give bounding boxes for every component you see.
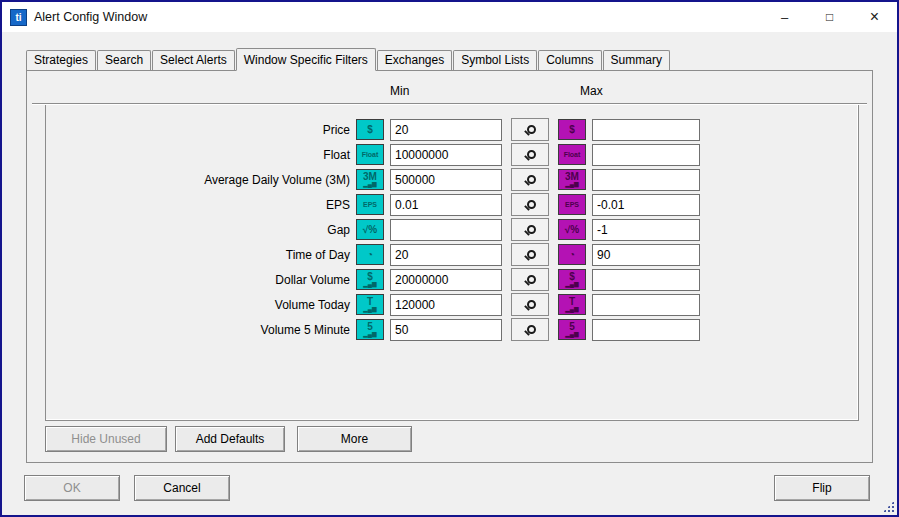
volume-today-min-input[interactable]: [390, 294, 502, 316]
price-min-input[interactable]: [390, 119, 502, 141]
titlebar: ti Alert Config Window – □ ×: [2, 2, 897, 32]
eps-min-input[interactable]: [390, 194, 502, 216]
time-of-day-max-input[interactable]: [592, 244, 700, 266]
filter-row: Price $ $: [50, 117, 854, 142]
gap-min-icon[interactable]: √%: [356, 219, 384, 240]
price-max-input[interactable]: [592, 119, 700, 141]
alert-config-window: ti Alert Config Window – □ × StrategiesS…: [0, 0, 899, 517]
volume-today-max-icon[interactable]: T ▂▄▆: [558, 294, 586, 315]
dollar-volume-max-icon[interactable]: $ ▂▄▆: [558, 269, 586, 290]
gap-max-input[interactable]: [592, 219, 700, 241]
volume-5-minute-min-icon[interactable]: 5 ▂▄▆: [356, 319, 384, 340]
gap-search-button[interactable]: [511, 218, 549, 241]
average-daily-volume-3m-max-input[interactable]: [592, 169, 700, 191]
eps-max-input[interactable]: [592, 194, 700, 216]
dollar-volume-min-icon[interactable]: $ ▂▄▆: [356, 269, 384, 290]
price-search-button[interactable]: [511, 118, 549, 141]
tab-columns[interactable]: Columns: [538, 50, 601, 70]
more-button[interactable]: More: [297, 426, 412, 452]
window-title: Alert Config Window: [34, 10, 147, 24]
price-min-icon[interactable]: $: [356, 119, 384, 140]
filter-label: Float: [50, 148, 350, 162]
volume-today-min-icon[interactable]: T ▂▄▆: [356, 294, 384, 315]
minimize-button[interactable]: –: [762, 2, 807, 32]
tab-search[interactable]: Search: [97, 50, 151, 70]
magnifier-icon: [527, 150, 536, 159]
volume-5-minute-search-button[interactable]: [511, 318, 549, 341]
average-daily-volume-3m-search-button[interactable]: [511, 168, 549, 191]
maximize-button[interactable]: □: [807, 2, 852, 32]
float-min-input[interactable]: [390, 144, 502, 166]
filter-row: Average Daily Volume (3M) 3M ▂▄▆ 3M ▂▄▆: [50, 167, 854, 192]
volume-5-minute-max-icon[interactable]: 5 ▂▄▆: [558, 319, 586, 340]
price-max-icon[interactable]: $: [558, 119, 586, 140]
volume-5-minute-min-input[interactable]: [390, 319, 502, 341]
filters-panel: Price $ $ Float Float Float: [45, 105, 859, 421]
filter-row: Dollar Volume $ ▂▄▆ $ ▂▄▆: [50, 267, 854, 292]
filter-row: Volume Today T ▂▄▆ T ▂▄▆: [50, 292, 854, 317]
float-max-icon[interactable]: Float: [558, 144, 586, 165]
filter-label: Average Daily Volume (3M): [50, 173, 350, 187]
tab-strategies[interactable]: Strategies: [26, 50, 96, 70]
volume-today-max-input[interactable]: [592, 294, 700, 316]
cancel-button[interactable]: Cancel: [134, 475, 230, 501]
magnifier-icon: [527, 225, 536, 234]
filter-label: Dollar Volume: [50, 273, 350, 287]
filter-row: Volume 5 Minute 5 ▂▄▆ 5 ▂▄▆: [50, 317, 854, 342]
resize-grip[interactable]: [882, 500, 895, 513]
eps-max-icon[interactable]: EPS: [558, 194, 586, 215]
eps-min-icon[interactable]: EPS: [356, 194, 384, 215]
average-daily-volume-3m-min-input[interactable]: [390, 169, 502, 191]
max-column-header: Max: [580, 84, 700, 98]
tab-exchanges[interactable]: Exchanges: [377, 50, 452, 70]
panel-buttons: Hide Unused Add Defaults More: [45, 426, 872, 452]
app-icon: ti: [10, 9, 27, 26]
dollar-volume-max-input[interactable]: [592, 269, 700, 291]
filter-label: EPS: [50, 198, 350, 212]
min-column-header: Min: [390, 84, 502, 98]
time-of-day-search-button[interactable]: [511, 243, 549, 266]
average-daily-volume-3m-max-icon[interactable]: 3M ▂▄▆: [558, 169, 586, 190]
filter-label: Time of Day: [50, 248, 350, 262]
float-min-icon[interactable]: Float: [356, 144, 384, 165]
window-specific-filters-page: Min Max Price $ $ Float Float: [26, 70, 873, 463]
time-of-day-min-icon[interactable]: ◔: [356, 244, 384, 265]
dollar-volume-min-input[interactable]: [390, 269, 502, 291]
average-daily-volume-3m-min-icon[interactable]: 3M ▂▄▆: [356, 169, 384, 190]
filter-label: Price: [50, 123, 350, 137]
magnifier-icon: [527, 125, 536, 134]
float-search-button[interactable]: [511, 143, 549, 166]
float-max-input[interactable]: [592, 144, 700, 166]
magnifier-icon: [527, 175, 536, 184]
close-button[interactable]: ×: [852, 2, 897, 32]
filter-label: Volume Today: [50, 298, 350, 312]
column-headers: Min Max: [27, 71, 872, 103]
gap-max-icon[interactable]: √%: [558, 219, 586, 240]
eps-search-button[interactable]: [511, 193, 549, 216]
window-controls: – □ ×: [762, 2, 897, 32]
tab-symbol-lists[interactable]: Symbol Lists: [453, 50, 537, 70]
filter-row: Time of Day ◔ ◔: [50, 242, 854, 267]
filter-label: Gap: [50, 223, 350, 237]
dialog-buttons: OK Cancel Flip: [24, 475, 870, 501]
hide-unused-button[interactable]: Hide Unused: [45, 426, 167, 452]
gap-min-input[interactable]: [390, 219, 502, 241]
tab-select-alerts[interactable]: Select Alerts: [152, 50, 235, 70]
dollar-volume-search-button[interactable]: [511, 268, 549, 291]
magnifier-icon: [527, 325, 536, 334]
tab-window-specific-filters[interactable]: Window Specific Filters: [236, 48, 376, 71]
add-defaults-button[interactable]: Add Defaults: [175, 426, 285, 452]
magnifier-icon: [527, 250, 536, 259]
volume-today-search-button[interactable]: [511, 293, 549, 316]
flip-button[interactable]: Flip: [774, 475, 870, 501]
volume-5-minute-max-input[interactable]: [592, 319, 700, 341]
tab-summary[interactable]: Summary: [603, 50, 670, 70]
time-of-day-min-input[interactable]: [390, 244, 502, 266]
filter-row: Gap √% √%: [50, 217, 854, 242]
filter-row: Float Float Float: [50, 142, 854, 167]
filter-label: Volume 5 Minute: [50, 323, 350, 337]
time-of-day-max-icon[interactable]: ◔: [558, 244, 586, 265]
magnifier-icon: [527, 275, 536, 284]
filter-row: EPS EPS EPS: [50, 192, 854, 217]
ok-button[interactable]: OK: [24, 475, 120, 501]
